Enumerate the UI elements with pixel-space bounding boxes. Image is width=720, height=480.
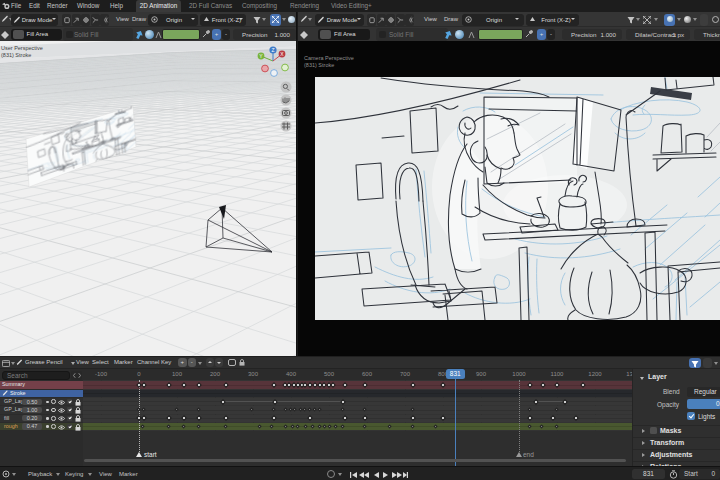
svg-text:Z: Z [271,47,274,53]
